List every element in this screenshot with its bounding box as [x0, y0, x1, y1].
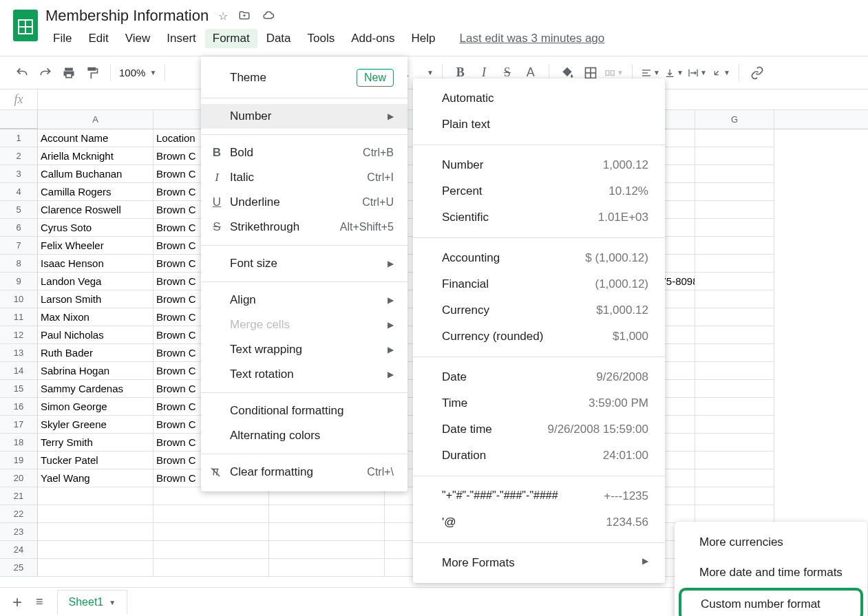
row-header[interactable]: 19 — [0, 452, 38, 469]
cell[interactable]: Yael Wang — [38, 469, 154, 487]
cell[interactable] — [695, 183, 774, 201]
menu-tools[interactable]: Tools — [300, 29, 343, 48]
format-number[interactable]: Number▶ — [201, 104, 407, 129]
menu-format[interactable]: Format — [205, 29, 257, 48]
add-sheet-button[interactable]: + — [12, 593, 22, 612]
rotate-button[interactable]: ▼ — [711, 63, 730, 83]
cell[interactable] — [269, 559, 385, 577]
cell[interactable] — [695, 201, 774, 219]
format-font-size[interactable]: Font size▶ — [201, 251, 407, 276]
cell[interactable] — [154, 541, 269, 559]
row-header[interactable]: 14 — [0, 362, 38, 380]
cell[interactable] — [695, 469, 774, 487]
row-header[interactable]: 25 — [0, 559, 38, 577]
undo-button[interactable] — [12, 63, 32, 83]
row-header[interactable]: 23 — [0, 523, 38, 541]
cell[interactable]: Landon Vega — [38, 273, 154, 290]
cell[interactable] — [695, 452, 774, 469]
cell[interactable] — [695, 380, 774, 398]
row-header[interactable]: 21 — [0, 487, 38, 505]
cell[interactable]: Isaac Henson — [38, 255, 154, 273]
row-header[interactable]: 6 — [0, 219, 38, 237]
row-header[interactable]: 5 — [0, 201, 38, 219]
cell[interactable] — [38, 559, 154, 577]
number-number[interactable]: Number1,000.12 — [413, 152, 665, 178]
cell[interactable]: Terry Smith — [38, 434, 154, 452]
row-header[interactable]: 7 — [0, 237, 38, 255]
row-header[interactable]: 18 — [0, 434, 38, 452]
print-button[interactable] — [59, 63, 78, 83]
sheet-tab-1[interactable]: Sheet1▼ — [57, 590, 128, 614]
redo-button[interactable] — [36, 63, 55, 83]
cell[interactable] — [269, 541, 385, 559]
cell[interactable]: Account Name — [38, 129, 154, 147]
cell[interactable] — [154, 559, 269, 577]
format-theme[interactable]: ThemeNew — [201, 63, 407, 92]
row-header[interactable]: 9 — [0, 273, 38, 290]
row-header[interactable]: 4 — [0, 183, 38, 201]
zoom-selector[interactable]: 100%▼ — [119, 67, 156, 78]
cell[interactable] — [695, 416, 774, 434]
select-all-cell[interactable] — [0, 110, 38, 129]
cell[interactable]: Sammy Cardenas — [38, 380, 154, 398]
menu-view[interactable]: View — [118, 29, 158, 48]
v-align-button[interactable]: ▼ — [664, 63, 684, 83]
row-header[interactable]: 1 — [0, 129, 38, 147]
last-edit-link[interactable]: Last edit was 3 minutes ago — [460, 32, 605, 45]
format-align[interactable]: Align▶ — [201, 288, 407, 312]
menu-data[interactable]: Data — [259, 29, 299, 48]
menu-help[interactable]: Help — [404, 29, 443, 48]
number-accounting[interactable]: Accounting$ (1,000.12) — [413, 245, 665, 271]
row-header[interactable]: 12 — [0, 326, 38, 344]
cell[interactable]: Paul Nicholas — [38, 326, 154, 344]
cell[interactable] — [695, 129, 774, 147]
cell[interactable]: Larson Smith — [38, 290, 154, 308]
number-automatic[interactable]: Automatic — [413, 85, 665, 111]
cell[interactable] — [695, 308, 774, 326]
cell[interactable]: Callum Buchanan — [38, 165, 154, 183]
cell[interactable] — [695, 434, 774, 452]
cell[interactable] — [695, 273, 774, 290]
format-rotation[interactable]: Text rotation▶ — [201, 362, 407, 387]
cell[interactable]: Skyler Greene — [38, 416, 154, 434]
number-duration[interactable]: Duration24:01:00 — [413, 443, 665, 469]
star-icon[interactable]: ☆ — [218, 10, 228, 23]
row-header[interactable]: 15 — [0, 380, 38, 398]
col-header-A[interactable]: A — [38, 110, 154, 129]
number-scientific[interactable]: Scientific1.01E+03 — [413, 204, 665, 231]
wrap-button[interactable]: ▼ — [688, 63, 707, 83]
cell[interactable] — [269, 523, 385, 541]
document-title[interactable]: Membership Information — [45, 7, 209, 25]
col-header-G[interactable]: G — [695, 110, 774, 129]
cell[interactable] — [695, 326, 774, 344]
row-header[interactable]: 2 — [0, 147, 38, 165]
number-custom-2[interactable]: '@1234.56 — [413, 509, 665, 535]
cell[interactable]: Simon George — [38, 398, 154, 416]
menu-addons[interactable]: Add-ons — [343, 29, 402, 48]
custom-number-format[interactable]: Custom number format — [679, 588, 863, 616]
move-icon[interactable] — [237, 10, 251, 23]
row-header[interactable]: 13 — [0, 344, 38, 362]
cell[interactable]: Clarence Roswell — [38, 201, 154, 219]
format-wrap[interactable]: Text wrapping▶ — [201, 337, 407, 362]
format-underline[interactable]: UUnderlineCtrl+U — [201, 190, 407, 215]
format-italic[interactable]: IItalicCtrl+I — [201, 165, 407, 190]
cell[interactable] — [695, 487, 774, 505]
menu-edit[interactable]: Edit — [81, 29, 116, 48]
row-header[interactable]: 17 — [0, 416, 38, 434]
number-currency[interactable]: Currency$1,000.12 — [413, 297, 665, 323]
row-header[interactable]: 11 — [0, 308, 38, 326]
row-header[interactable]: 24 — [0, 541, 38, 559]
cell[interactable] — [38, 505, 154, 523]
cell[interactable]: Sabrina Hogan — [38, 362, 154, 380]
cell[interactable] — [38, 523, 154, 541]
more-currencies[interactable]: More currencies — [675, 527, 867, 557]
cell[interactable] — [695, 165, 774, 183]
number-more-formats[interactable]: More Formats▶ — [413, 550, 665, 576]
row-header[interactable]: 16 — [0, 398, 38, 416]
row-header[interactable]: 10 — [0, 290, 38, 308]
cell[interactable] — [695, 255, 774, 273]
cloud-icon[interactable] — [261, 10, 276, 23]
cell[interactable] — [269, 505, 385, 523]
format-conditional[interactable]: Conditional formatting — [201, 399, 407, 423]
